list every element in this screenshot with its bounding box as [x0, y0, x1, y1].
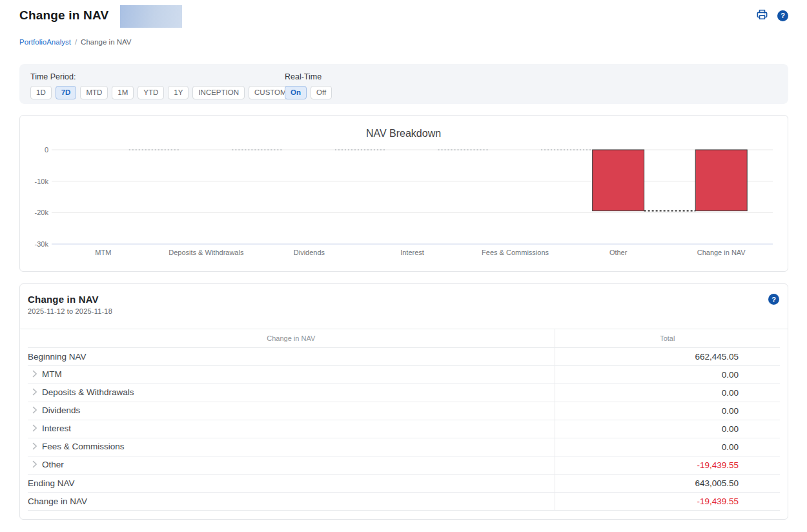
y-axis-tick-label: -20k	[35, 209, 49, 216]
real-time-off[interactable]: Off	[311, 86, 332, 99]
row-value: 0.00	[555, 365, 780, 384]
breadcrumb-current: Change in NAV	[81, 38, 131, 46]
y-axis-tick-label: 0	[45, 146, 48, 154]
time-period-1d[interactable]: 1D	[30, 86, 52, 99]
x-axis-category-label: Deposits & Withdrawals	[169, 249, 244, 256]
table-row[interactable]: MTM0.00	[28, 365, 780, 384]
filter-bar: Time Period: 1D7DMTD1MYTD1YINCEPTIONCUST…	[19, 64, 788, 104]
change-in-nav-table-card: Change in NAV 2025-11-12 to 2025-11-18 ?…	[19, 283, 788, 520]
table-help-button[interactable]: ?	[768, 294, 779, 305]
row-label: Ending NAV	[28, 478, 75, 488]
nav-breakdown-chart-card: NAV Breakdown0-10k-20k-30kMTMDeposits & …	[19, 115, 788, 272]
real-time-toggle-group: OnOff	[285, 86, 332, 99]
expand-chevron-icon[interactable]	[32, 460, 37, 470]
row-label: Interest	[42, 424, 71, 433]
expand-chevron-icon[interactable]	[32, 388, 37, 398]
table-title: Change in NAV	[28, 294, 112, 305]
time-period-label: Time Period:	[30, 72, 285, 81]
table-row: Ending NAV643,005.50	[28, 474, 780, 492]
table-row: Change in NAV-19,439.55	[28, 492, 780, 510]
nav-breakdown-chart: NAV Breakdown0-10k-20k-30kMTMDeposits & …	[20, 116, 788, 272]
time-period-1m[interactable]: 1M	[112, 86, 134, 99]
redacted-account-name	[120, 5, 182, 28]
table-row[interactable]: Fees & Commissions0.00	[28, 438, 780, 456]
breadcrumb-link-portfolioanalyst[interactable]: PortfolioAnalyst	[19, 38, 71, 46]
row-label: MTM	[42, 369, 62, 379]
time-period-mtd[interactable]: MTD	[80, 86, 108, 99]
row-label: Dividends	[42, 405, 80, 415]
printer-icon	[756, 8, 768, 23]
x-axis-category-label: MTM	[95, 249, 111, 256]
x-axis-category-label: Other	[609, 249, 628, 256]
table-row[interactable]: Deposits & Withdrawals0.00	[28, 384, 780, 402]
time-period-7d[interactable]: 7D	[56, 86, 77, 99]
row-label: Change in NAV	[28, 496, 87, 506]
expand-chevron-icon[interactable]	[32, 424, 37, 434]
row-value: 0.00	[555, 438, 780, 456]
help-icon: ?	[768, 294, 779, 305]
chart-title: NAV Breakdown	[366, 128, 441, 139]
table-row[interactable]: Dividends0.00	[28, 402, 780, 420]
column-header-change-in-nav: Change in NAV	[28, 329, 555, 347]
row-label: Other	[42, 460, 64, 469]
row-value: 0.00	[555, 384, 780, 402]
row-label: Beginning NAV	[28, 352, 87, 362]
row-value: 662,445.05	[555, 347, 780, 365]
expand-chevron-icon[interactable]	[32, 370, 37, 380]
time-period-ytd[interactable]: YTD	[138, 86, 164, 99]
page-header: Change in NAV ?	[19, 5, 788, 28]
table-date-range: 2025-11-12 to 2025-11-18	[28, 307, 112, 315]
help-button[interactable]: ?	[777, 10, 788, 21]
x-axis-category-label: Dividends	[294, 249, 325, 256]
page: Change in NAV ? Po	[0, 0, 807, 520]
row-value: 0.00	[555, 420, 780, 438]
table-row: Beginning NAV662,445.05	[28, 347, 780, 365]
row-value: -19,439.55	[555, 492, 780, 510]
row-label: Fees & Commissions	[42, 442, 125, 451]
y-axis-tick-label: -10k	[35, 178, 49, 185]
column-header-total: Total	[555, 329, 780, 347]
table-row[interactable]: Interest0.00	[28, 420, 780, 438]
row-value: -19,439.55	[555, 456, 780, 474]
breadcrumb-separator: /	[75, 38, 77, 46]
row-label: Deposits & Withdrawals	[42, 387, 134, 397]
time-period-inception[interactable]: INCEPTION	[192, 86, 245, 99]
real-time-on[interactable]: On	[285, 86, 307, 99]
time-period-button-group: 1D7DMTD1MYTD1YINCEPTIONCUSTOM	[30, 86, 285, 99]
y-axis-tick-label: -30k	[35, 240, 49, 248]
time-period-1y[interactable]: 1Y	[168, 86, 189, 99]
x-axis-category-label: Fees & Commissions	[482, 249, 549, 256]
x-axis-category-label: Interest	[400, 249, 424, 256]
table-row[interactable]: Other-19,439.55	[28, 456, 780, 474]
expand-chevron-icon[interactable]	[32, 442, 37, 452]
waterfall-bar	[593, 150, 644, 211]
expand-chevron-icon[interactable]	[32, 406, 37, 416]
print-button[interactable]	[756, 8, 768, 23]
waterfall-bar	[695, 150, 747, 211]
row-value: 0.00	[555, 402, 780, 420]
change-in-nav-table: Change in NAV Total Beginning NAV662,445…	[28, 329, 780, 511]
breadcrumb: PortfolioAnalyst/Change in NAV	[19, 38, 788, 46]
x-axis-category-label: Change in NAV	[697, 249, 746, 256]
help-icon: ?	[777, 10, 788, 21]
page-title: Change in NAV	[19, 5, 108, 23]
nav-breakdown-svg: NAV Breakdown0-10k-20k-30kMTMDeposits & …	[20, 116, 787, 271]
real-time-label: Real-Time	[285, 72, 332, 81]
row-value: 643,005.50	[555, 474, 780, 492]
